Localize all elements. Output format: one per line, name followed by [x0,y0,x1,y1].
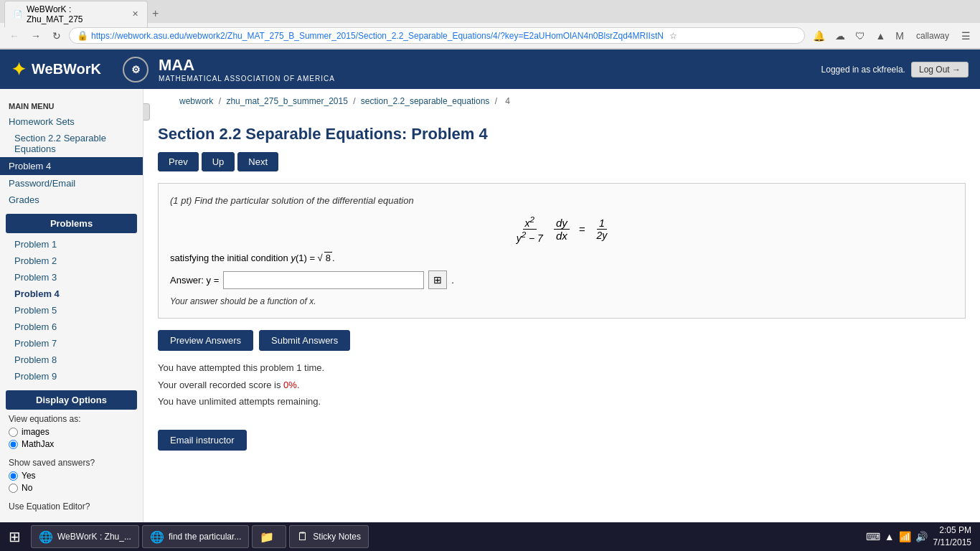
drive-btn[interactable]: ▲ [872,28,889,44]
yes-label: Yes [22,471,36,481]
sidebar-item-problem-8[interactable]: Problem 8 [0,352,143,368]
up-btn[interactable]: Up [202,152,235,171]
attempt-line1: You have attempted this problem 1 time. [158,359,966,376]
webwork-logo: ✦ WeBWorK [11,60,101,80]
preview-btn[interactable]: Preview Answers [158,330,253,351]
sidebar-item-homework-sets[interactable]: Homework Sets [0,113,143,130]
math-fraction-right: 1 2y [595,217,610,241]
logged-in-text: Logged in as ckfreela. [821,65,905,75]
sidebar-item-problem-1[interactable]: Problem 1 [0,236,143,253]
equation-display: x2 y2 − 7 dy dx = 1 2y [170,215,953,243]
toggle-sidebar-btn[interactable]: ‹ [143,103,150,121]
taskbar-label-webwork2: find the particular... [169,532,241,542]
problem-nav-buttons: Prev Up Next [158,152,966,171]
email-instructor-btn[interactable]: Email instructor [158,430,247,451]
maa-logo: ⚙ MAA MATHEMATICAL ASSOCIATION OF AMERIC… [123,56,335,83]
taskbar-label-webwork1: WeBWorK : Zhu_... [57,532,131,542]
score-highlight: 0% [283,380,297,390]
new-tab-btn[interactable]: + [148,7,163,20]
volume-icon[interactable]: 🔊 [915,531,928,542]
gmail-btn[interactable]: M [892,28,908,44]
main-layout: MAIN MENU Homework Sets Section 2.2 Sepa… [0,89,980,523]
show-saved-label: Show saved answers? [0,456,143,469]
yes-radio[interactable] [9,471,18,481]
content-area: ‹ webwork / zhu_mat_275_b_summer_2015 / … [143,89,980,523]
address-bar[interactable]: 🔒 https://webwork.asu.edu/webwork2/Zhu_M… [69,27,805,44]
taskbar-icon-sticky: 🗒 [297,530,308,543]
header-right: Logged in as ckfreela. Log Out → [821,62,969,77]
breadcrumb-webwork[interactable]: webwork [179,96,213,106]
tray-expand-icon[interactable]: ▲ [885,531,895,542]
attempt-info: You have attempted this problem 1 time. … [158,359,966,410]
browser-actions: 🔔 ☁ 🛡 ▲ M callaway ☰ [809,28,974,44]
next-btn[interactable]: Next [237,152,278,171]
sidebar-item-problem-7[interactable]: Problem 7 [0,335,143,352]
taskbar-label-sticky: Sticky Notes [313,532,361,542]
equation-view-options: images MathJax [0,425,143,451]
taskbar-item-webwork2[interactable]: 🌐 find the particular... [142,525,249,548]
clock-date: 7/11/2015 [933,537,971,549]
view-equations-label: View equations as: [0,413,143,425]
images-label: images [22,427,50,437]
url-display: https://webwork.asu.edu/webwork2/Zhu_MAT… [91,31,664,41]
sidebar-item-problem-6[interactable]: Problem 6 [0,319,143,335]
no-label: No [22,483,32,493]
tab-title: WeBWorK : Zhu_MAT_275 [27,4,125,24]
clock-time: 2:05 PM [933,524,971,537]
breadcrumb: webwork / zhu_mat_275_b_summer_2015 / se… [158,89,966,113]
taskbar-icon-chrome2: 🌐 [150,530,164,544]
answer-row: Answer: y = ⊞ . [170,270,953,289]
maa-text: MAA [159,56,335,75]
math-fraction-left: x2 y2 − 7 [514,215,545,243]
tab-close-btn[interactable]: ✕ [132,9,138,19]
mathjax-radio[interactable] [9,440,18,449]
start-btn[interactable]: ⊞ [0,528,29,545]
equation-editor-label: Use Equation Editor? [0,500,143,513]
sidebar-item-password[interactable]: Password/Email [0,175,143,192]
sidebar-item-problem-2[interactable]: Problem 2 [0,253,143,269]
sidebar-item-problem4[interactable]: Problem 4 [0,157,143,175]
forward-btn[interactable]: → [27,29,44,43]
sidebar-item-section[interactable]: Section 2.2 Separable Equations [0,130,143,157]
sidebar-item-problem-4[interactable]: Problem 4 [0,286,143,302]
sidebar-item-problem-5[interactable]: Problem 5 [0,302,143,319]
sidebar-item-grades[interactable]: Grades [0,192,143,208]
breadcrumb-section[interactable]: section_2.2_separable_equations [361,96,489,106]
cloud-btn[interactable]: ☁ [831,28,849,44]
no-radio[interactable] [9,484,18,493]
taskbar-item-webwork1[interactable]: 🌐 WeBWorK : Zhu_... [31,525,139,548]
no-radio-item[interactable]: No [9,483,134,493]
images-radio[interactable] [9,428,18,437]
system-icons: ⌨ ▲ 📶 🔊 [866,531,928,542]
breadcrumb-problem: 4 [505,96,510,106]
refresh-btn[interactable]: ↻ [49,29,65,43]
answer-hint: Your answer should be a function of x. [170,296,953,306]
problems-header: Problems [6,214,137,233]
menu-btn[interactable]: ☰ [958,28,974,44]
back-btn[interactable]: ← [6,29,23,43]
network-icon: 📶 [899,531,911,542]
initial-condition: satisfying the initial condition y(1) = … [170,252,953,263]
logout-btn[interactable]: Log Out → [911,62,969,77]
images-radio-item[interactable]: images [9,427,134,437]
browser-user: callaway [910,31,955,41]
submit-btn[interactable]: Submit Answers [259,330,350,351]
maa-subtitle: MATHEMATICAL ASSOCIATION OF AMERICA [159,75,335,83]
taskbar-icon-explorer: 📁 [260,530,274,544]
sidebar-item-problem-9[interactable]: Problem 9 [0,368,143,385]
taskbar-item-explorer[interactable]: 📁 [252,525,286,548]
extension-btn[interactable]: 🔔 [809,28,829,44]
maa-icon: ⚙ [131,64,141,75]
breadcrumb-course[interactable]: zhu_mat_275_b_summer_2015 [226,96,347,106]
yes-radio-item[interactable]: Yes [9,471,134,481]
answer-input[interactable] [223,271,424,289]
breadcrumb-sep3: / [495,96,500,106]
taskbar-icon-chrome1: 🌐 [39,530,53,544]
matrix-btn[interactable]: ⊞ [428,270,447,289]
sidebar-item-problem-3[interactable]: Problem 3 [0,269,143,286]
taskbar-item-sticky[interactable]: 🗒 Sticky Notes [289,525,369,548]
browser-tab[interactable]: 📄 WeBWorK : Zhu_MAT_275 ✕ [4,1,148,27]
shield-btn[interactable]: 🛡 [852,28,869,44]
prev-btn[interactable]: Prev [158,152,199,171]
mathjax-radio-item[interactable]: MathJax [9,439,134,449]
